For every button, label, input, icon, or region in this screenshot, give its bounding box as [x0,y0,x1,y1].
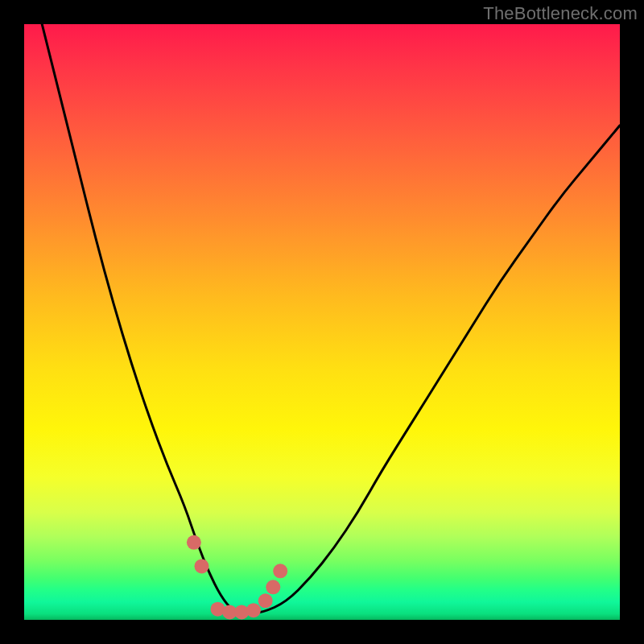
curve-marker [266,580,280,594]
curve-marker [258,593,273,608]
watermark-text: TheBottleneck.com [483,3,638,24]
curve-markers [187,535,287,620]
curve-marker [273,564,287,578]
curve-marker [195,559,209,573]
bottleneck-curve-layer [24,24,620,620]
curve-marker [246,603,261,617]
plot-area [24,24,620,620]
bottleneck-curve [24,24,620,613]
curve-marker [187,535,201,550]
chart-frame: TheBottleneck.com [0,0,644,644]
